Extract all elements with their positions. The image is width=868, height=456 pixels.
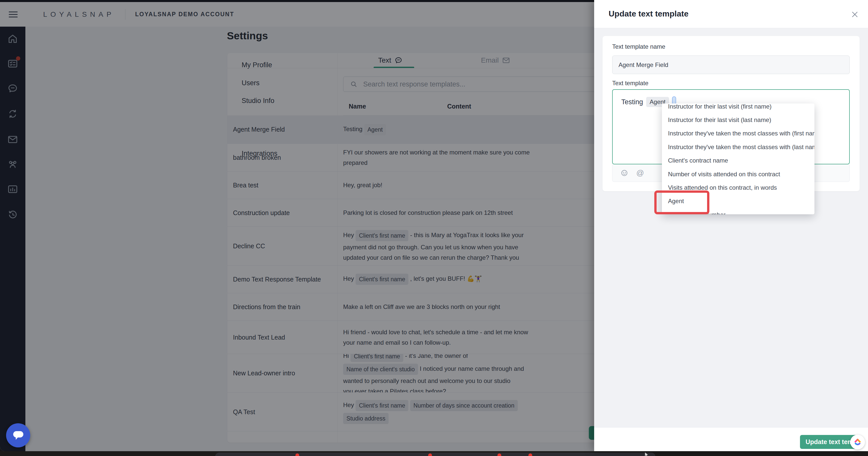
- chat-widget-button[interactable]: [6, 423, 30, 447]
- dropdown-item-instructor-for-their-last-visit-last-name[interactable]: Instructor for their last visit (last na…: [662, 113, 814, 127]
- dock-notification-dot: [497, 453, 501, 456]
- update-template-panel: Update text template Text template name …: [594, 0, 868, 451]
- clickup-badge-icon[interactable]: [850, 435, 865, 449]
- emoji-icon[interactable]: [621, 169, 628, 177]
- name-field-label: Text template name: [612, 43, 665, 50]
- speech-bubble-icon: [12, 430, 25, 441]
- dropdown-item-instructor-they-ve-taken-the-most-classes-with-last-name[interactable]: Instructor they've taken the most classe…: [662, 140, 814, 154]
- desktop-dock[interactable]: [215, 453, 655, 456]
- dock-notification-dot: [528, 453, 532, 456]
- dock-notification-dot: [296, 453, 299, 456]
- dropdown-item-client-s-contract-name[interactable]: Client's contract name: [662, 154, 814, 167]
- dropdown-item-number-of-visits-attended-on-this-contract[interactable]: Number of visits attended on this contra…: [662, 167, 814, 181]
- template-name-input[interactable]: [612, 56, 850, 74]
- close-icon[interactable]: [850, 10, 859, 19]
- dim-overlay: [0, 0, 594, 451]
- template-field-label: Text template: [612, 79, 648, 87]
- panel-footer: Update text template: [594, 427, 868, 451]
- template-editor-text: Testing: [621, 98, 643, 106]
- mention-icon[interactable]: @: [636, 169, 644, 177]
- panel-header: Update text template: [594, 0, 868, 28]
- panel-title: Update text template: [609, 9, 688, 19]
- dropdown-item-instructor-they-ve-taken-the-most-classes-with-first-name[interactable]: Instructor they've taken the most classe…: [662, 127, 814, 140]
- mouse-cursor-icon: [644, 452, 650, 456]
- annotation-box: [654, 191, 709, 214]
- dock-notification-dot: [428, 453, 432, 456]
- dropdown-item-instructor-for-their-last-visit-first-name[interactable]: Instructor for their last visit (first n…: [662, 103, 814, 113]
